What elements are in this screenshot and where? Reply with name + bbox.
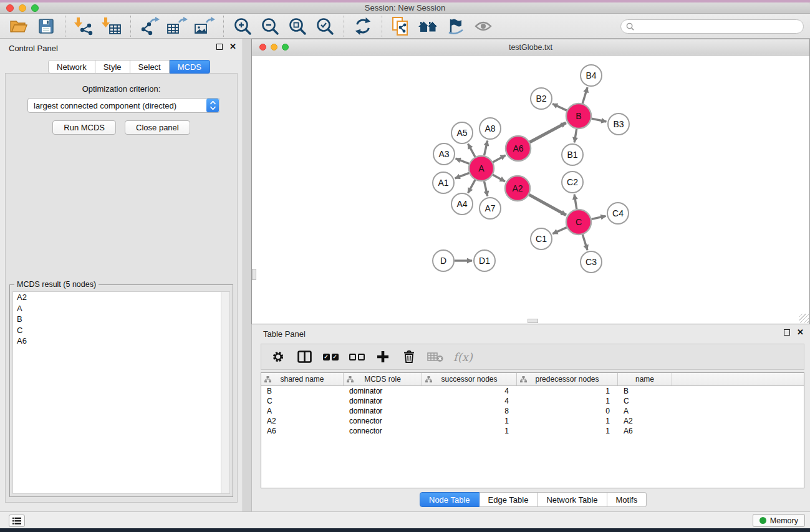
eye-icon[interactable] bbox=[472, 16, 494, 37]
graph-edge[interactable] bbox=[591, 216, 605, 219]
export-network-icon[interactable] bbox=[138, 16, 161, 37]
network-window-titlebar[interactable]: testGlobe.txt bbox=[252, 39, 809, 56]
delete-table-icon bbox=[427, 349, 443, 365]
task-history-button[interactable] bbox=[9, 515, 25, 527]
column-header-successor-nodes[interactable]: successor nodes bbox=[422, 373, 517, 385]
panel-divider[interactable] bbox=[244, 39, 251, 511]
list-item[interactable]: A bbox=[13, 303, 229, 314]
mcds-result-list[interactable]: A2 A B C A6 bbox=[12, 291, 230, 494]
main-toolbar bbox=[0, 14, 810, 39]
table-row[interactable]: A2connector 11 A2 bbox=[261, 416, 804, 426]
graph-node-label: A bbox=[478, 163, 485, 173]
zoom-in-icon[interactable] bbox=[231, 16, 254, 37]
graph-edge[interactable] bbox=[455, 173, 470, 178]
table-panel-header: Table Panel ✕ bbox=[252, 324, 810, 343]
graph-edge[interactable] bbox=[484, 141, 487, 156]
graph-node-label: B1 bbox=[567, 150, 577, 160]
list-item[interactable]: A2 bbox=[13, 292, 229, 303]
settings-gear-icon[interactable] bbox=[270, 349, 286, 365]
show-columns-icon[interactable] bbox=[296, 349, 312, 365]
zoom-out-icon[interactable] bbox=[259, 16, 281, 37]
close-panel-icon[interactable]: ✕ bbox=[229, 44, 236, 50]
zoom-selected-icon[interactable] bbox=[314, 16, 336, 37]
search-field[interactable] bbox=[620, 19, 804, 34]
tab-motifs[interactable]: Motifs bbox=[607, 492, 647, 507]
graph-node-label: C1 bbox=[536, 234, 547, 244]
run-mcds-button[interactable]: Run MCDS bbox=[52, 120, 116, 135]
graph-edge[interactable] bbox=[468, 180, 475, 193]
import-table-icon[interactable] bbox=[100, 16, 123, 37]
close-panel-button[interactable]: Close panel bbox=[125, 120, 190, 135]
network-canvas[interactable]: B4B2BB3A8A5A6A3B1AC2A1A2A4A7C4CC1DD1C3 bbox=[252, 56, 809, 324]
table-row[interactable]: A6connector 11 A6 bbox=[261, 426, 804, 436]
column-header-mcds-role[interactable]: MCDS role bbox=[344, 373, 422, 385]
table-header-row: shared name MCDS role successor nodes pr… bbox=[261, 373, 804, 386]
graph-node-label: B bbox=[576, 111, 581, 121]
optimization-criterion-label: Optimization criterion: bbox=[6, 84, 237, 94]
list-item[interactable]: A6 bbox=[13, 336, 229, 347]
column-header-predecessor-nodes[interactable]: predecessor nodes bbox=[517, 373, 618, 385]
graph-edge[interactable] bbox=[582, 235, 587, 250]
graph-edge[interactable] bbox=[582, 87, 587, 104]
search-input[interactable] bbox=[637, 22, 803, 31]
mcds-result-fieldset: MCDS result (5 nodes) A2 A B C A6 bbox=[9, 284, 233, 497]
list-item[interactable]: B bbox=[13, 314, 229, 325]
export-image-icon[interactable] bbox=[193, 16, 216, 37]
column-header-shared-name[interactable]: shared name bbox=[261, 373, 344, 385]
graph-edge[interactable] bbox=[493, 155, 505, 162]
memory-button[interactable]: Memory bbox=[753, 514, 805, 527]
open-session-icon[interactable] bbox=[7, 16, 30, 37]
duplicate-network-icon[interactable] bbox=[390, 16, 412, 37]
tab-style[interactable]: Style bbox=[95, 60, 130, 74]
graph-edge[interactable] bbox=[529, 195, 566, 215]
network-graph[interactable]: B4B2BB3A8A5A6A3B1AC2A1A2A4A7C4CC1DD1C3 bbox=[252, 56, 809, 324]
zoom-fit-icon[interactable] bbox=[286, 16, 309, 37]
tab-node-table[interactable]: Node Table bbox=[420, 492, 480, 507]
delete-column-icon[interactable] bbox=[401, 349, 417, 365]
table-row[interactable]: Cdominator 41 C bbox=[261, 396, 804, 406]
tab-edge-table[interactable]: Edge Table bbox=[480, 492, 538, 507]
close-panel-icon[interactable]: ✕ bbox=[797, 329, 804, 336]
criterion-dropdown[interactable]: largest connected component (directed) bbox=[27, 98, 220, 113]
graph-edge[interactable] bbox=[493, 175, 504, 181]
apply-layout-icon[interactable] bbox=[352, 16, 374, 37]
graph-node-label: D bbox=[440, 256, 446, 266]
export-table-icon[interactable] bbox=[166, 16, 188, 37]
graph-edge[interactable] bbox=[552, 228, 567, 234]
graph-edge[interactable] bbox=[456, 158, 470, 163]
tab-network-table[interactable]: Network Table bbox=[538, 492, 607, 507]
graph-edge[interactable] bbox=[468, 144, 475, 157]
scrollbar[interactable] bbox=[252, 269, 256, 280]
select-all-icon[interactable]: ✓✓ bbox=[322, 349, 339, 365]
graph-edge[interactable] bbox=[484, 181, 487, 196]
add-column-icon[interactable] bbox=[375, 349, 391, 365]
graph-edge[interactable] bbox=[574, 195, 577, 209]
list-item[interactable]: C bbox=[13, 325, 229, 336]
resize-grip[interactable] bbox=[799, 314, 809, 323]
column-header-filler bbox=[672, 373, 804, 385]
save-session-icon[interactable] bbox=[35, 16, 57, 37]
graph-edge[interactable] bbox=[552, 104, 567, 110]
window-titlebar[interactable]: Session: New Session bbox=[0, 2, 810, 14]
scrollbar[interactable] bbox=[221, 292, 229, 493]
scrollbar[interactable] bbox=[528, 319, 538, 323]
import-network-icon[interactable] bbox=[73, 16, 95, 37]
control-panel-header: Control Panel ✕ bbox=[0, 39, 243, 57]
float-panel-icon[interactable] bbox=[784, 329, 790, 336]
table-row[interactable]: Adominator 80 A bbox=[261, 406, 804, 416]
graph-edge[interactable] bbox=[592, 118, 607, 122]
graph-node-label: A2 bbox=[512, 183, 523, 193]
float-panel-icon[interactable] bbox=[216, 44, 223, 50]
tab-network[interactable]: Network bbox=[48, 60, 95, 74]
column-header-name[interactable]: name bbox=[618, 373, 672, 385]
home-icon[interactable] bbox=[417, 16, 440, 37]
tab-mcds[interactable]: MCDS bbox=[170, 60, 210, 74]
node-table[interactable]: shared name MCDS role successor nodes pr… bbox=[261, 372, 804, 488]
table-row[interactable]: Bdominator 41 B bbox=[261, 386, 804, 396]
tab-select[interactable]: Select bbox=[130, 60, 170, 74]
graph-edge[interactable] bbox=[574, 129, 576, 143]
deselect-all-icon[interactable] bbox=[349, 349, 365, 365]
graph-edge[interactable] bbox=[530, 123, 566, 142]
graph-node-label: C bbox=[576, 217, 582, 227]
show-graphics-details-icon[interactable] bbox=[445, 16, 467, 37]
